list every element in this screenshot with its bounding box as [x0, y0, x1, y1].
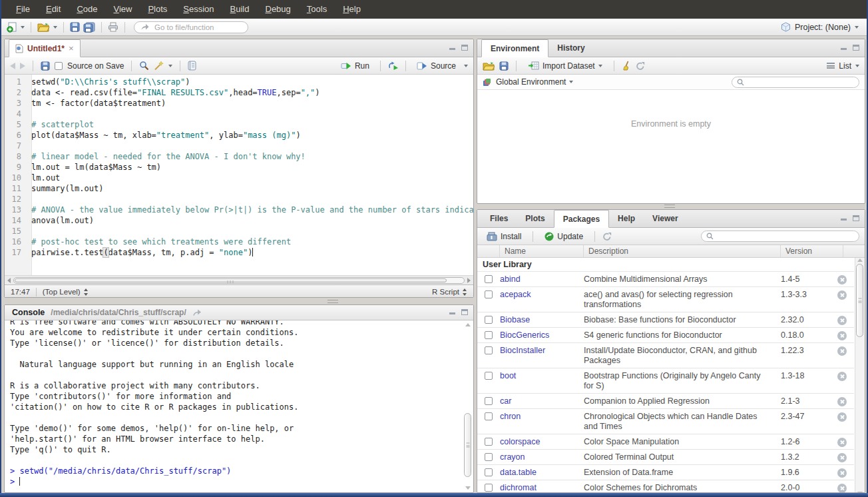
code-line-15[interactable]: 15 — [5, 226, 473, 237]
code-line-13[interactable]: 13# ANOVA - the value immediately below … — [5, 205, 473, 215]
column-description[interactable]: Description — [584, 245, 781, 257]
scrollbar-thumb[interactable] — [856, 264, 863, 337]
scrollbar-thumb[interactable] — [15, 278, 447, 282]
remove-package-button[interactable] — [837, 331, 847, 340]
scrollbar-track[interactable] — [13, 277, 465, 284]
tab-viewer[interactable]: Viewer — [644, 210, 686, 227]
code-line-9[interactable]: 9lm.out = lm(data$Mass ~ tm) — [5, 162, 473, 173]
save-icon[interactable] — [41, 61, 50, 71]
code-line-7[interactable]: 7 — [5, 141, 473, 151]
rerun-icon[interactable] — [387, 61, 399, 70]
open-recent-dropdown[interactable] — [53, 26, 57, 29]
column-version[interactable]: Version — [781, 245, 843, 257]
compile-notebook-icon[interactable] — [188, 61, 196, 71]
code-line-4[interactable]: 4 — [5, 109, 473, 119]
package-checkbox[interactable] — [485, 468, 493, 476]
maximize-icon[interactable] — [461, 45, 468, 51]
menu-tools[interactable]: Tools — [299, 0, 335, 19]
package-name-link[interactable]: car — [500, 396, 584, 406]
package-name-link[interactable]: acepack — [500, 290, 584, 300]
maximize-icon[interactable] — [853, 215, 859, 221]
package-checkbox[interactable] — [485, 346, 493, 354]
remove-package-button[interactable] — [837, 275, 847, 284]
code-line-11[interactable]: 11summary(lm.out) — [5, 183, 473, 194]
install-button[interactable]: Install — [483, 231, 525, 243]
remove-package-button[interactable] — [837, 290, 847, 300]
scroll-up-arrow[interactable] — [857, 258, 863, 262]
console-vertical-scrollbar[interactable] — [463, 322, 472, 490]
remove-package-button[interactable] — [837, 397, 847, 406]
remove-package-button[interactable] — [837, 453, 847, 462]
close-tab-icon[interactable]: × — [69, 44, 74, 53]
scroll-up-arrow[interactable] — [465, 323, 471, 326]
clear-workspace-broom-icon[interactable] — [622, 61, 631, 71]
minimize-icon[interactable] — [840, 45, 847, 51]
environment-search-input[interactable] — [748, 77, 854, 87]
menu-session[interactable]: Session — [175, 0, 222, 19]
tab-untitled1[interactable]: Untitled1* × — [9, 39, 81, 57]
remove-package-button[interactable] — [837, 468, 847, 478]
package-name-link[interactable]: BiocInstaller — [500, 346, 584, 356]
column-name[interactable]: Name — [500, 245, 584, 257]
package-name-link[interactable]: abind — [500, 274, 584, 284]
code-line-5[interactable]: 5# scatterplot — [5, 119, 473, 130]
remove-package-button[interactable] — [837, 372, 847, 381]
code-line-3[interactable]: 3tm <- factor(data$treatment) — [5, 98, 473, 109]
tab-environment[interactable]: Environment — [481, 39, 548, 57]
remove-package-button[interactable] — [837, 484, 847, 493]
code-tools-dropdown[interactable] — [168, 65, 172, 67]
package-name-link[interactable]: Biobase — [500, 315, 584, 325]
update-button[interactable]: Update — [541, 231, 587, 243]
code-line-12[interactable]: 12 — [5, 194, 473, 205]
package-checkbox[interactable] — [485, 397, 493, 405]
code-editor[interactable]: 1setwd("D:\\Chris's stuff\\scrap")2data … — [5, 75, 473, 275]
scroll-left-arrow[interactable] — [7, 278, 11, 283]
minimize-icon[interactable] — [449, 45, 456, 51]
maximize-icon[interactable] — [461, 309, 468, 315]
source-dropdown[interactable] — [464, 65, 468, 67]
file-type-selector[interactable]: R Script — [432, 288, 467, 296]
tab-history[interactable]: History — [548, 39, 593, 57]
code-line-6[interactable]: 6plot(data$Mass ~ tm, xlab="treatment", … — [5, 130, 473, 141]
source-on-save-checkbox[interactable] — [55, 62, 63, 70]
load-workspace-icon[interactable] — [483, 61, 495, 71]
minimize-icon[interactable] — [449, 309, 456, 315]
code-line-10[interactable]: 10lm.out — [5, 173, 473, 183]
print-icon[interactable] — [108, 22, 118, 32]
code-line-2[interactable]: 2data <- read.csv(file="FINAL RESULTS.cs… — [5, 87, 473, 98]
package-name-link[interactable]: chron — [500, 412, 584, 422]
save-icon[interactable] — [70, 22, 80, 32]
code-line-1[interactable]: 1setwd("D:\\Chris's stuff\\scrap") — [5, 77, 473, 87]
maximize-icon[interactable] — [853, 45, 859, 51]
packages-search-box[interactable] — [701, 231, 859, 242]
goto-file-function-box[interactable] — [134, 21, 248, 33]
package-name-link[interactable]: crayon — [500, 452, 584, 462]
import-dataset-button[interactable]: Import Dataset — [524, 60, 606, 72]
remove-package-button[interactable] — [837, 346, 847, 356]
save-all-icon[interactable] — [83, 22, 95, 33]
packages-vertical-scrollbar[interactable] — [855, 258, 865, 493]
package-checkbox[interactable] — [485, 372, 493, 380]
menu-build[interactable]: Build — [222, 0, 258, 19]
new-file-dropdown[interactable] — [21, 26, 25, 29]
remove-package-button[interactable] — [837, 412, 847, 422]
scroll-down-arrow[interactable] — [465, 486, 471, 490]
environment-scope-selector[interactable]: Global Environment — [496, 77, 573, 87]
package-checkbox[interactable] — [485, 484, 493, 492]
package-checkbox[interactable] — [485, 438, 493, 446]
menu-edit[interactable]: Edit — [38, 0, 69, 19]
package-name-link[interactable]: boot — [500, 371, 584, 381]
package-checkbox[interactable] — [485, 453, 493, 461]
open-file-icon[interactable] — [37, 22, 50, 32]
package-checkbox[interactable] — [485, 275, 493, 283]
packages-search-input[interactable] — [717, 232, 854, 241]
refresh-icon[interactable] — [602, 232, 612, 241]
menu-view[interactable]: View — [105, 0, 140, 19]
code-line-17[interactable]: 17pairwise.t.test(data$Mass, tm, p.adj =… — [5, 247, 473, 258]
package-checkbox[interactable] — [485, 331, 493, 339]
pane-resize-grip[interactable] — [664, 205, 675, 208]
tab-packages[interactable]: Packages — [554, 210, 609, 228]
back-icon[interactable] — [10, 63, 15, 69]
scope-selector[interactable]: (Top Level) — [43, 288, 89, 296]
scrollbar-thumb[interactable] — [464, 413, 471, 477]
